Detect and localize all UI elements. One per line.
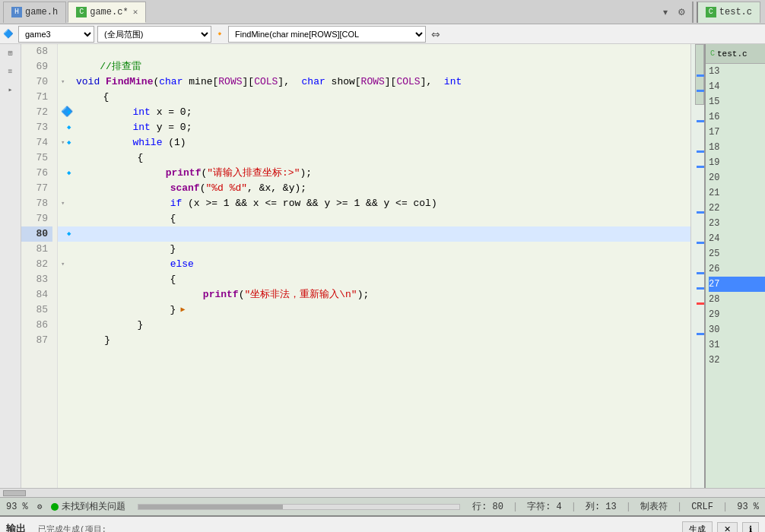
- marker-red: [697, 302, 704, 305]
- ln-69: 69: [21, 59, 52, 74]
- space-70a: [100, 74, 106, 90]
- fold-btn-78[interactable]: ▾: [61, 196, 67, 211]
- scope-selector[interactable]: game3: [18, 26, 94, 43]
- code-line-76: ◆ printf ( "请输入排查坐标:>" );: [58, 166, 690, 181]
- ln-76: 76: [21, 166, 52, 181]
- zoom-level[interactable]: 93 %: [6, 502, 28, 512]
- rp-line-21: 21: [709, 185, 765, 201]
- rp-line-13: 13: [709, 64, 765, 79]
- rp-line-31: 31: [709, 337, 765, 353]
- ln-79: 79: [21, 211, 52, 226]
- code-line-70: ▾ void FindMine ( char mine[ ROWS ][ COL…: [58, 74, 690, 90]
- output-toolbar: 生成 ✕ ℹ: [682, 521, 759, 533]
- tab-label: 制表符: [640, 500, 668, 513]
- col-info: 列: 13: [586, 500, 617, 513]
- rp-line-20: 20: [709, 170, 765, 185]
- split-view-btn[interactable]: ⇔: [429, 27, 443, 41]
- code-line-71: {: [58, 90, 690, 105]
- rp-line-19: 19: [709, 155, 765, 170]
- rp-line-18: 18: [709, 140, 765, 155]
- str-76: "请输入排查坐标:>": [207, 166, 300, 181]
- status-item: 未找到相关问题: [51, 500, 125, 513]
- marker-8: [697, 272, 704, 274]
- marker-4: [697, 150, 704, 153]
- settings-icon[interactable]: ⚙: [37, 502, 43, 511]
- marker-1: [697, 74, 704, 77]
- code-line-80[interactable]: ◆: [58, 226, 690, 242]
- left-gutter-icon-2[interactable]: ≡: [3, 64, 18, 79]
- tab-overflow-btn[interactable]: ▾: [659, 5, 672, 19]
- ln-80: 80: [21, 226, 52, 242]
- panel-divider: [692, 2, 694, 23]
- tab-game-h[interactable]: H game.h: [3, 2, 66, 23]
- s77c: , &x, &y);: [247, 181, 306, 196]
- right-panel: C test.c 13 14 15 16 17 18 19 20 21 22 2…: [704, 44, 765, 488]
- s85: }: [99, 302, 176, 318]
- s74a: [85, 135, 132, 150]
- s76a: [94, 166, 166, 181]
- str-84: "坐标非法，重新输入\n": [244, 287, 357, 302]
- kw-else-82: else: [170, 257, 194, 272]
- output-panel: 输出 已完成生成(项目: 生成 ✕ ℹ: [0, 515, 765, 532]
- code-line-87: }: [58, 333, 690, 348]
- status-dot: [51, 503, 59, 511]
- line-ending: CRLF: [691, 502, 713, 512]
- ln-85: 85: [21, 302, 52, 318]
- code-line-75: {: [58, 150, 690, 166]
- cols-70b: COLS: [396, 74, 420, 90]
- sep5: |: [722, 502, 728, 512]
- code-editor[interactable]: 68 69 70 71 72 73 74 75 76 77 78 79 80 8…: [21, 44, 704, 488]
- row-info: 行: 80: [472, 500, 503, 513]
- rp-line-27: 27: [709, 277, 765, 292]
- bk-indicator-73: ◆: [67, 120, 71, 135]
- tab-settings-btn[interactable]: ⚙: [675, 5, 689, 19]
- output-label: 输出: [6, 522, 26, 532]
- tab-icon-test-c: C: [706, 7, 716, 17]
- marker-2: [697, 90, 704, 92]
- output-stop-btn[interactable]: ✕: [717, 522, 738, 533]
- s79: {: [99, 211, 176, 226]
- tab-icon-h: H: [11, 7, 22, 17]
- line-numbers: 68 69 70 71 72 73 74 75 76 77 78 79 80 8…: [21, 44, 58, 488]
- right-zoom[interactable]: 93 %: [737, 502, 759, 512]
- rp-line-23: 23: [709, 216, 765, 231]
- fold-btn-82[interactable]: ▾: [61, 257, 67, 272]
- bk-indicator-76: ◆: [67, 166, 71, 181]
- fold-btn-70[interactable]: ▾: [61, 74, 67, 90]
- fold-btn-74[interactable]: ▾: [61, 135, 67, 150]
- cursor-80: [103, 226, 110, 242]
- tab-label-game-h: game.h: [25, 7, 58, 17]
- tab-test-c[interactable]: C test.c: [697, 2, 760, 23]
- h-scrollbar-thumb[interactable]: [3, 490, 26, 496]
- s73a: [85, 120, 132, 135]
- tab-close-game-c[interactable]: ✕: [133, 7, 138, 17]
- output-info-btn[interactable]: ℹ: [742, 522, 759, 533]
- s72a: [85, 105, 132, 120]
- code-line-77: scanf ( "%d %d" , &x, &y);: [58, 181, 690, 196]
- s78b: (x >= 1 && x <= row && y >= 1 && y <= co…: [182, 196, 436, 211]
- editor-layout: ⊞ ≡ ▸ 68 69 70 71 72 73 74 75 76 77 78 7…: [0, 44, 765, 488]
- left-gutter-icon-3[interactable]: ▸: [3, 82, 18, 97]
- code-line-72: 🔷 ◆ int x = 0;: [58, 105, 690, 120]
- rp-line-30: 30: [709, 322, 765, 337]
- left-gutter-icon-1[interactable]: ⊞: [3, 46, 18, 61]
- bk-indicator-72: ◆: [67, 105, 71, 120]
- s84c: );: [357, 287, 370, 302]
- tab-game-c[interactable]: C game.c* ✕: [68, 2, 146, 23]
- bk-indicator-74: ◆: [67, 135, 71, 150]
- tab-icon-c: C: [76, 7, 87, 17]
- output-generate-btn[interactable]: 生成: [682, 521, 713, 533]
- func-selector[interactable]: FindMine(char mine[ROWS][COL: [228, 26, 426, 43]
- s70d: show[: [325, 74, 361, 90]
- marker-10: [697, 333, 704, 335]
- code-content-area[interactable]: //排查雷 ▾ void FindMine ( char mine[ ROWS …: [58, 44, 690, 488]
- type-int-73: int: [132, 120, 150, 135]
- h-scrollbar[interactable]: [0, 488, 765, 497]
- ln-81: 81: [21, 242, 52, 257]
- tab-label-game-c: game.c*: [90, 7, 128, 17]
- s70c: ],: [278, 74, 301, 90]
- fn-scanf-77: scanf: [170, 181, 200, 196]
- tab-bar: H game.h C game.c* ✕ ▾ ⚙ C test.c: [0, 0, 765, 24]
- sep4: |: [677, 502, 682, 512]
- context-selector[interactable]: (全局范围): [97, 26, 211, 43]
